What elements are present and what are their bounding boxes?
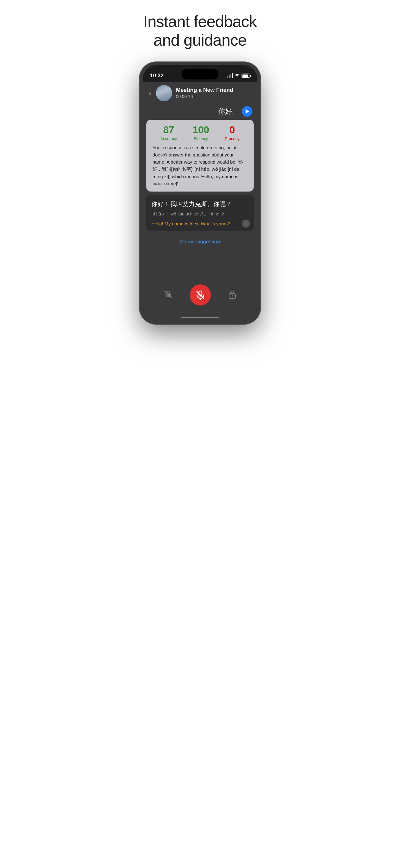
page-headline: Instant feedback and guidance <box>143 12 257 50</box>
home-bar <box>181 317 219 318</box>
wifi-icon <box>235 73 240 78</box>
bottom-controls <box>143 279 257 314</box>
score-card: 87 Accuracy 100 Fluency 0 Prosody Your r… <box>146 120 254 192</box>
avatar <box>156 85 172 101</box>
accuracy-value: 87 <box>163 124 174 136</box>
close-bubble-button[interactable]: × <box>242 219 250 227</box>
header-info: Meeting a New Friend 00:00:16 <box>176 87 233 99</box>
battery-icon <box>241 73 250 78</box>
chat-pinyin-text: nǐ hǎo ！ wǒ jiào ài lì kè sī 。 nǐ ne ？ <box>151 211 249 217</box>
feedback-text: Your response is a simple greeting, but … <box>153 143 247 187</box>
accuracy-score: 87 Accuracy <box>160 124 177 141</box>
lesson-title: Meeting a New Friend <box>176 87 233 93</box>
headline-line1: Instant feedback <box>143 12 257 30</box>
prosody-value: 0 <box>229 124 235 136</box>
bottom-spacer <box>143 250 257 279</box>
lesson-timer: 00:00:16 <box>176 94 233 99</box>
fluency-score: 100 Fluency <box>193 124 209 141</box>
home-indicator <box>143 314 257 321</box>
headline-line2: and guidance <box>154 31 246 49</box>
fluency-label: Fluency <box>194 136 208 141</box>
signal-icon <box>227 73 233 78</box>
play-button[interactable] <box>242 106 253 117</box>
accuracy-label: Accuracy <box>160 136 177 141</box>
record-button[interactable] <box>190 284 211 306</box>
page-wrapper: Instant feedback and guidance 10:32 <box>100 0 300 434</box>
chinese-prompt-text: 你好。 <box>218 107 239 116</box>
score-row: 87 Accuracy 100 Fluency 0 Prosody <box>153 124 247 141</box>
prosody-label: Prosody <box>225 136 240 141</box>
chat-bubble: 你好！我叫艾力克斯。你呢？ nǐ hǎo ！ wǒ jiào ài lì kè … <box>146 195 254 231</box>
show-suggestion-button[interactable]: Show suggestion <box>143 234 257 250</box>
app-screen: ‹ Meeting a New Friend 00:00:16 你好。 <box>143 82 257 321</box>
phone-shell: 10:32 ‹ <box>139 62 261 324</box>
play-icon <box>245 109 249 114</box>
status-time: 10:32 <box>150 73 163 79</box>
app-header: ‹ Meeting a New Friend 00:00:16 <box>143 82 257 105</box>
chinese-prompt-line: 你好。 <box>143 105 257 120</box>
lock-button[interactable] <box>228 290 236 300</box>
prosody-score: 0 Prosody <box>225 124 240 141</box>
status-icons <box>227 73 250 78</box>
back-button[interactable]: ‹ <box>149 89 151 97</box>
avatar-image <box>156 85 172 101</box>
chat-english-text: Hello! My name is Alex. What's yours? <box>151 220 249 227</box>
mic-off-button[interactable] <box>164 290 172 300</box>
chat-chinese-text: 你好！我叫艾力克斯。你呢？ <box>151 199 249 208</box>
fluency-value: 100 <box>193 124 209 136</box>
dynamic-island <box>181 69 219 80</box>
svg-point-5 <box>232 295 233 297</box>
